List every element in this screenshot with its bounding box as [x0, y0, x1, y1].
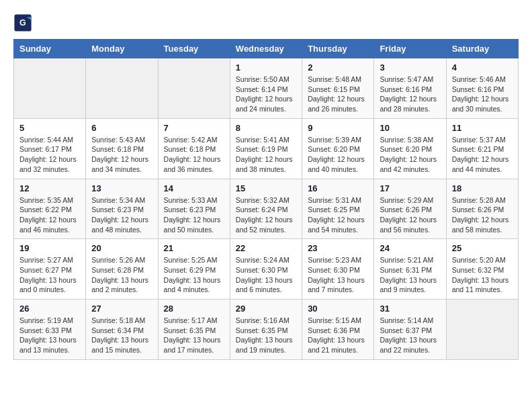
day-info: Sunrise: 5:47 AM Sunset: 6:16 PM Dayligh…	[380, 75, 440, 114]
day-number: 31	[380, 304, 440, 314]
day-number: 16	[308, 183, 368, 193]
day-info: Sunrise: 5:43 AM Sunset: 6:18 PM Dayligh…	[91, 135, 152, 175]
day-info: Sunrise: 5:25 AM Sunset: 6:29 PM Dayligh…	[164, 255, 224, 295]
day-number: 17	[380, 183, 440, 193]
day-number: 3	[380, 62, 440, 73]
day-number: 12	[19, 183, 80, 193]
day-info: Sunrise: 5:38 AM Sunset: 6:20 PM Dayligh…	[380, 135, 440, 175]
day-number: 29	[236, 304, 296, 314]
day-number: 11	[452, 123, 513, 133]
calendar-day-cell: 15Sunrise: 5:32 AM Sunset: 6:24 PM Dayli…	[230, 179, 302, 239]
weekday-header-row: SundayMondayTuesdayWednesdayThursdayFrid…	[14, 40, 519, 58]
day-number: 8	[236, 123, 296, 133]
day-info: Sunrise: 5:39 AM Sunset: 6:20 PM Dayligh…	[308, 135, 368, 175]
day-number: 21	[164, 243, 224, 253]
day-number: 7	[164, 123, 224, 133]
calendar-day-cell: 7Sunrise: 5:42 AM Sunset: 6:18 PM Daylig…	[158, 118, 230, 179]
day-number: 13	[91, 183, 152, 193]
calendar-day-cell	[446, 300, 518, 360]
svg-text:G: G	[19, 18, 26, 28]
weekday-header: Saturday	[446, 40, 518, 58]
calendar-day-cell: 23Sunrise: 5:23 AM Sunset: 6:30 PM Dayli…	[302, 239, 374, 300]
calendar-day-cell: 19Sunrise: 5:27 AM Sunset: 6:27 PM Dayli…	[14, 239, 86, 300]
day-info: Sunrise: 5:29 AM Sunset: 6:26 PM Dayligh…	[380, 195, 440, 235]
day-number: 27	[91, 304, 152, 314]
calendar-day-cell: 25Sunrise: 5:20 AM Sunset: 6:32 PM Dayli…	[446, 239, 518, 300]
calendar-day-cell: 1Sunrise: 5:50 AM Sunset: 6:14 PM Daylig…	[230, 58, 302, 119]
day-info: Sunrise: 5:23 AM Sunset: 6:30 PM Dayligh…	[308, 255, 368, 295]
day-number: 20	[91, 243, 152, 253]
weekday-header: Thursday	[302, 40, 374, 58]
day-number: 9	[308, 123, 368, 133]
day-info: Sunrise: 5:48 AM Sunset: 6:15 PM Dayligh…	[308, 75, 368, 114]
day-info: Sunrise: 5:20 AM Sunset: 6:32 PM Dayligh…	[452, 255, 513, 295]
day-number: 19	[19, 243, 80, 253]
calendar-day-cell: 31Sunrise: 5:14 AM Sunset: 6:37 PM Dayli…	[374, 300, 446, 360]
calendar-week-row: 5Sunrise: 5:44 AM Sunset: 6:17 PM Daylig…	[14, 118, 519, 179]
day-info: Sunrise: 5:24 AM Sunset: 6:30 PM Dayligh…	[236, 255, 296, 295]
day-info: Sunrise: 5:19 AM Sunset: 6:33 PM Dayligh…	[19, 316, 80, 355]
day-number: 1	[236, 62, 296, 73]
calendar-day-cell: 2Sunrise: 5:48 AM Sunset: 6:15 PM Daylig…	[302, 58, 374, 119]
calendar-day-cell: 27Sunrise: 5:18 AM Sunset: 6:34 PM Dayli…	[86, 300, 158, 360]
day-number: 14	[164, 183, 224, 193]
day-number: 5	[19, 123, 80, 133]
day-number: 24	[380, 243, 440, 253]
day-info: Sunrise: 5:17 AM Sunset: 6:35 PM Dayligh…	[164, 316, 224, 355]
day-number: 2	[308, 62, 368, 73]
weekday-header: Monday	[86, 40, 158, 58]
page-header: G	[13, 13, 519, 32]
logo-icon: G	[13, 13, 32, 32]
calendar-day-cell: 3Sunrise: 5:47 AM Sunset: 6:16 PM Daylig…	[374, 58, 446, 119]
day-number: 28	[164, 304, 224, 314]
day-number: 18	[452, 183, 513, 193]
day-number: 22	[236, 243, 296, 253]
day-info: Sunrise: 5:21 AM Sunset: 6:31 PM Dayligh…	[380, 255, 440, 295]
calendar-day-cell: 10Sunrise: 5:38 AM Sunset: 6:20 PM Dayli…	[374, 118, 446, 179]
day-info: Sunrise: 5:15 AM Sunset: 6:36 PM Dayligh…	[308, 316, 368, 355]
calendar-day-cell: 28Sunrise: 5:17 AM Sunset: 6:35 PM Dayli…	[158, 300, 230, 360]
day-info: Sunrise: 5:37 AM Sunset: 6:21 PM Dayligh…	[452, 135, 513, 175]
day-info: Sunrise: 5:41 AM Sunset: 6:19 PM Dayligh…	[236, 135, 296, 175]
calendar-day-cell: 20Sunrise: 5:26 AM Sunset: 6:28 PM Dayli…	[86, 239, 158, 300]
day-number: 15	[236, 183, 296, 193]
calendar-day-cell	[86, 58, 158, 119]
calendar-day-cell: 13Sunrise: 5:34 AM Sunset: 6:23 PM Dayli…	[86, 179, 158, 239]
calendar-day-cell: 18Sunrise: 5:28 AM Sunset: 6:26 PM Dayli…	[446, 179, 518, 239]
day-info: Sunrise: 5:35 AM Sunset: 6:22 PM Dayligh…	[19, 195, 80, 235]
weekday-header: Friday	[374, 40, 446, 58]
day-number: 6	[91, 123, 152, 133]
day-number: 23	[308, 243, 368, 253]
calendar-day-cell: 26Sunrise: 5:19 AM Sunset: 6:33 PM Dayli…	[14, 300, 86, 360]
calendar-day-cell	[158, 58, 230, 119]
day-info: Sunrise: 5:31 AM Sunset: 6:25 PM Dayligh…	[308, 195, 368, 235]
calendar-day-cell: 22Sunrise: 5:24 AM Sunset: 6:30 PM Dayli…	[230, 239, 302, 300]
calendar-day-cell: 17Sunrise: 5:29 AM Sunset: 6:26 PM Dayli…	[374, 179, 446, 239]
calendar-day-cell: 16Sunrise: 5:31 AM Sunset: 6:25 PM Dayli…	[302, 179, 374, 239]
day-number: 30	[308, 304, 368, 314]
day-number: 26	[19, 304, 80, 314]
day-info: Sunrise: 5:16 AM Sunset: 6:35 PM Dayligh…	[236, 316, 296, 355]
calendar-day-cell: 9Sunrise: 5:39 AM Sunset: 6:20 PM Daylig…	[302, 118, 374, 179]
calendar-day-cell	[14, 58, 86, 119]
calendar-day-cell: 21Sunrise: 5:25 AM Sunset: 6:29 PM Dayli…	[158, 239, 230, 300]
weekday-header: Wednesday	[230, 40, 302, 58]
day-info: Sunrise: 5:28 AM Sunset: 6:26 PM Dayligh…	[452, 195, 513, 235]
calendar-table: SundayMondayTuesdayWednesdayThursdayFrid…	[13, 39, 519, 360]
day-info: Sunrise: 5:27 AM Sunset: 6:27 PM Dayligh…	[19, 255, 80, 295]
logo: G	[13, 13, 34, 32]
day-info: Sunrise: 5:34 AM Sunset: 6:23 PM Dayligh…	[91, 195, 152, 235]
calendar-day-cell: 8Sunrise: 5:41 AM Sunset: 6:19 PM Daylig…	[230, 118, 302, 179]
calendar-day-cell: 5Sunrise: 5:44 AM Sunset: 6:17 PM Daylig…	[14, 118, 86, 179]
calendar-day-cell: 12Sunrise: 5:35 AM Sunset: 6:22 PM Dayli…	[14, 179, 86, 239]
calendar-day-cell: 24Sunrise: 5:21 AM Sunset: 6:31 PM Dayli…	[374, 239, 446, 300]
calendar-day-cell: 14Sunrise: 5:33 AM Sunset: 6:23 PM Dayli…	[158, 179, 230, 239]
calendar-week-row: 19Sunrise: 5:27 AM Sunset: 6:27 PM Dayli…	[14, 239, 519, 300]
calendar-week-row: 12Sunrise: 5:35 AM Sunset: 6:22 PM Dayli…	[14, 179, 519, 239]
day-number: 4	[452, 62, 513, 73]
day-info: Sunrise: 5:50 AM Sunset: 6:14 PM Dayligh…	[236, 75, 296, 114]
day-number: 10	[380, 123, 440, 133]
calendar-day-cell: 29Sunrise: 5:16 AM Sunset: 6:35 PM Dayli…	[230, 300, 302, 360]
weekday-header: Sunday	[14, 40, 86, 58]
calendar-week-row: 1Sunrise: 5:50 AM Sunset: 6:14 PM Daylig…	[14, 58, 519, 119]
